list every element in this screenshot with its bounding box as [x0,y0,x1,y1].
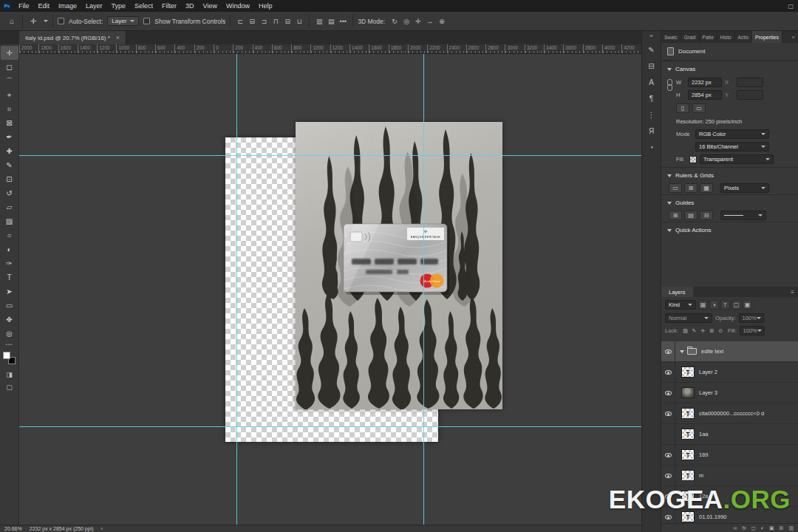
canvas-section-header[interactable]: Canvas [661,61,798,75]
opacity-input[interactable]: 100% [739,313,764,323]
distribute-horizontal-icon[interactable]: ▥ [314,16,324,27]
collapse-panels-icon[interactable]: « [649,31,652,41]
new-layer-icon[interactable]: ⊞ [780,525,784,531]
adjustment-layer-icon[interactable]: ◐ [761,525,764,531]
canvas-area[interactable]: ✣ BANQUE HERITAGE MasterCard [19,54,641,525]
align-bottom-icon[interactable]: ⊔ [294,16,304,27]
menu-item-select[interactable]: Select [130,0,157,12]
shape-tool[interactable]: ▭ [1,299,18,313]
lock-all-icon[interactable]: ⊙ [717,327,725,335]
show-transform-checkbox[interactable] [143,18,150,24]
marquee-tool[interactable]: ◻ [1,60,18,74]
eyedropper-tool[interactable]: ✒ [1,130,18,144]
horizontal-guide[interactable] [19,426,641,427]
bit-depth-select[interactable]: 16 Bits/Channel [695,142,769,151]
foreground-color-swatch[interactable] [3,352,10,359]
toggle-rulers-icon[interactable]: ▭ [669,183,682,193]
menu-item-image[interactable]: Image [54,0,81,12]
layer-visibility-toggle[interactable] [661,445,675,465]
eraser-tool[interactable]: ▱ [1,200,18,214]
history-panel-icon[interactable]: ◔ [643,139,661,155]
panel-tab-actio[interactable]: Actio [735,31,752,43]
panel-tab-gradi[interactable]: Gradi [681,31,700,43]
lock-position-icon[interactable]: ✛ [699,327,707,335]
crop-tool[interactable]: ⌗ [1,102,18,116]
3d-pan-icon[interactable]: ✛ [413,16,423,27]
layer-group-icon[interactable]: ▣ [769,525,774,531]
dodge-tool[interactable]: ◐ [1,242,18,256]
canvas-fill-select[interactable]: Transparent [700,154,774,164]
toggle-grid-icon[interactable]: ⊞ [684,183,698,193]
filter-type-layers-icon[interactable]: T [720,300,730,310]
panel-tab-histo[interactable]: Histo [717,31,735,43]
layer-filter-kind-select[interactable]: Kind [665,300,696,310]
panel-tab-patte[interactable]: Patte [700,31,717,43]
lock-transparency-icon[interactable]: ▨ [681,327,689,335]
home-icon[interactable]: ⌂ [6,16,18,27]
more-options-icon[interactable]: ••• [338,16,348,27]
panel-menu-icon[interactable]: » [789,31,798,43]
hand-tool[interactable]: ✥ [1,313,18,327]
filter-adjustment-layers-icon[interactable]: ◑ [709,300,719,310]
paragraph-panel-icon[interactable]: ¶ [643,90,661,106]
auto-select-target-select[interactable]: Layer [107,16,139,26]
vertical-guide[interactable] [236,54,237,525]
layer-visibility-toggle[interactable] [661,341,675,361]
units-select[interactable]: Pixels [720,183,769,193]
chevron-down-icon[interactable] [680,350,684,353]
close-tab-icon[interactable]: × [116,34,120,41]
lock-pixels-icon[interactable]: ✎ [690,327,698,335]
window-control-icon[interactable]: ▢ [788,3,794,10]
guide-style-select[interactable] [720,211,766,220]
panel-menu-icon[interactable]: ≡ [787,287,798,297]
horizontal-guide[interactable] [19,155,641,156]
filter-pixel-layers-icon[interactable]: ▦ [698,300,708,310]
gradient-tool[interactable]: ▨ [1,214,18,228]
3d-roll-icon[interactable]: ◎ [401,16,412,27]
menu-item-view[interactable]: View [199,0,222,12]
delete-layer-icon[interactable]: ▥ [788,525,794,531]
layer-row-m[interactable]: Tm [661,466,798,486]
object-selection-tool[interactable]: ⌖ [1,88,18,102]
menu-item-window[interactable]: Window [222,0,254,12]
lock-guides-icon[interactable]: ▤ [684,211,698,220]
layer-row-1aa[interactable]: T1aa [661,424,798,445]
align-right-icon[interactable]: ⊐ [259,16,269,27]
menu-item-edit[interactable]: Edit [34,0,55,12]
move-tool[interactable]: ✛ [1,46,18,60]
frame-tool[interactable]: ⊠ [1,116,18,130]
screen-mode-icon[interactable]: ▢ [1,381,18,393]
distribute-vertical-icon[interactable]: ▤ [326,16,336,27]
snap-to-grid-icon[interactable]: ▦ [700,183,713,193]
layers-tab[interactable]: Layers [661,287,693,297]
layer-visibility-toggle[interactable] [661,362,675,382]
clone-stamp-tool[interactable]: ⊡ [1,172,18,186]
color-mode-select[interactable]: RGB Color [695,129,769,139]
glyphs-panel-icon[interactable]: Я [643,123,661,139]
menu-item-layer[interactable]: Layer [81,0,107,12]
layer-visibility-toggle[interactable] [661,383,675,403]
canvas-height-input[interactable]: 2854 px [688,90,722,100]
layer-visibility-toggle[interactable] [661,466,675,485]
layer-visibility-toggle[interactable] [661,424,675,444]
zoom-tool[interactable]: ◎ [1,327,18,341]
zoom-level[interactable]: 20.66% [4,526,22,531]
align-middle-icon[interactable]: ⊟ [282,16,293,27]
canvas-x-input[interactable] [737,78,763,87]
layer-effects-icon[interactable]: fx [742,525,746,531]
filter-shape-layers-icon[interactable]: ▢ [732,300,741,310]
filter-smart-object-icon[interactable]: ▣ [743,300,752,310]
brushes-panel-icon[interactable]: ✎ [643,41,661,58]
lock-artboard-icon[interactable]: ⊞ [708,327,716,335]
brush-tool[interactable]: ✎ [1,158,18,172]
guides-section-header[interactable]: Guides [661,194,798,209]
3d-rotate-icon[interactable]: ↻ [389,16,400,27]
libraries-panel-icon[interactable]: ⋮ [643,106,661,123]
vertical-guide[interactable] [423,54,424,525]
pen-tool[interactable]: ✑ [1,256,18,270]
blur-tool[interactable]: ○ [1,228,18,242]
orientation-portrait-icon[interactable]: ▯ [676,103,689,113]
layer-row-cita0000000-ccccccc-0-d[interactable]: Tcita0000000...ccccccc<0 d [661,403,798,424]
layer-row-edite-text[interactable]: edite text [661,341,798,362]
layer-mask-icon[interactable]: ◻ [751,525,756,531]
